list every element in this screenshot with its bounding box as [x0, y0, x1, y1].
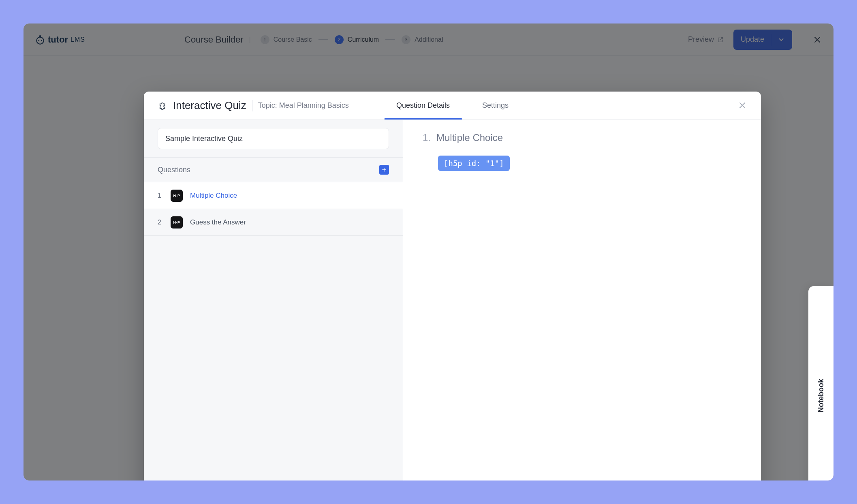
question-item-1[interactable]: 1 H-P Multiple Choice: [144, 182, 403, 209]
question-label: Guess the Answer: [190, 218, 246, 226]
question-label: Multiple Choice: [190, 192, 237, 200]
question-list: 1 H-P Multiple Choice 2 H-P Guess the An…: [144, 182, 403, 236]
tab-question-details[interactable]: Question Details: [380, 92, 466, 120]
add-question-button[interactable]: [379, 165, 389, 175]
questions-header: Questions: [144, 158, 403, 182]
modal-topic: Topic: Meal Planning Basics: [258, 101, 349, 110]
modal-header: Interactive Quiz Topic: Meal Planning Ba…: [144, 92, 761, 120]
question-num: 2: [158, 219, 163, 226]
modal-title-divider: [252, 100, 252, 111]
modal-title: Interactive Quiz: [173, 99, 246, 112]
notebook-tab[interactable]: Notebook: [808, 286, 833, 481]
notebook-label: Notebook: [817, 379, 825, 412]
quiz-name-input[interactable]: [158, 128, 389, 149]
modal-tabs: Question Details Settings: [380, 92, 525, 120]
question-num: 1: [158, 192, 163, 199]
tab-settings[interactable]: Settings: [466, 92, 525, 120]
puzzle-icon: [158, 100, 169, 111]
modal-close-icon[interactable]: [737, 100, 747, 110]
h5p-shortcode[interactable]: [h5p id: "1"]: [438, 156, 510, 171]
detail-title: Multiple Choice: [436, 132, 503, 143]
detail-number: 1.: [423, 132, 431, 143]
quiz-name-wrap: [144, 120, 403, 158]
questions-panel: Questions 1 H-P Multiple Choice 2: [144, 120, 403, 481]
h5p-badge-icon: H-P: [171, 190, 183, 202]
h5p-badge-icon: H-P: [171, 216, 183, 229]
app-window: tutor LMS Course Builder | 1 Course Basi…: [24, 23, 833, 481]
modal-body: Questions 1 H-P Multiple Choice 2: [144, 120, 761, 481]
question-item-2[interactable]: 2 H-P Guess the Answer: [144, 209, 403, 236]
plus-icon: [381, 167, 387, 173]
quiz-modal: Interactive Quiz Topic: Meal Planning Ba…: [144, 92, 761, 481]
question-detail-heading: 1. Multiple Choice: [423, 132, 742, 143]
questions-heading: Questions: [158, 166, 190, 174]
question-detail-panel: 1. Multiple Choice [h5p id: "1"]: [403, 120, 761, 481]
